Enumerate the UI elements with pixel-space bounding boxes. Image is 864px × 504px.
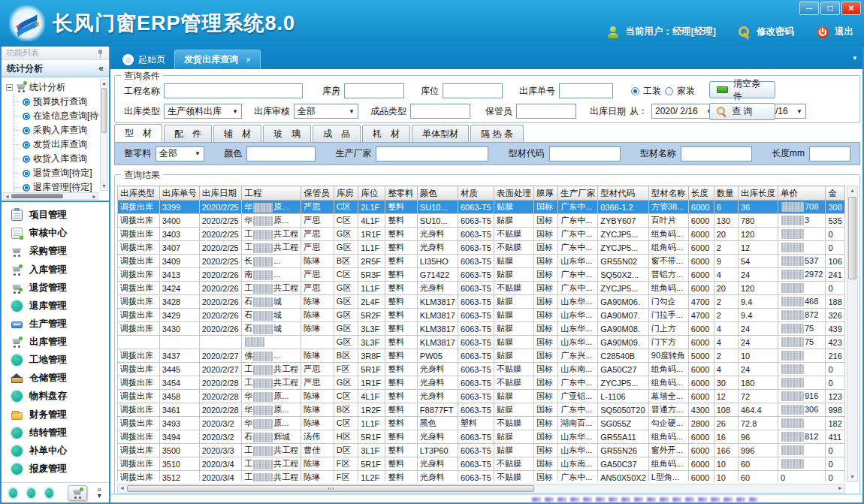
close-button[interactable]: ×: [841, 2, 861, 15]
tab-close-icon[interactable]: ×: [246, 55, 251, 65]
scroll-right-icon[interactable]: ►: [92, 193, 97, 200]
tab-home[interactable]: 起始页: [113, 50, 174, 69]
column-header[interactable]: 库位: [358, 186, 385, 201]
order-no-input[interactable]: [559, 83, 613, 98]
material-tab[interactable]: 玻 璃: [263, 125, 311, 142]
tree-item[interactable]: 采购入库查询: [14, 123, 98, 137]
tab-list-dropdown-icon[interactable]: ▾: [853, 54, 856, 62]
warehouse-input[interactable]: [344, 83, 404, 98]
radio-gongzhuang[interactable]: [631, 87, 639, 95]
tree-item[interactable]: 在途信息查询[待: [14, 109, 98, 123]
table-row[interactable]: G区3L3F整料KLM38176063-T5贴膜国标山东华...GA90M09.…: [118, 336, 845, 349]
scroll-right-icon[interactable]: ►: [838, 484, 843, 491]
column-header[interactable]: 出库日期: [199, 186, 242, 201]
sidebar-item[interactable]: 财务管理: [11, 409, 109, 421]
column-header[interactable]: 单价: [778, 186, 825, 201]
material-tab[interactable]: 单体型材: [412, 125, 469, 142]
scroll-left-icon[interactable]: ◄: [119, 484, 125, 491]
sidebar-item[interactable]: 工地管理: [11, 354, 109, 367]
date-from-picker[interactable]: 2020/ 2/16▼: [651, 104, 716, 119]
column-header[interactable]: 表面处理: [494, 186, 533, 201]
material-tab[interactable]: 耗 材: [362, 125, 410, 142]
table-row[interactable]: 调拨出库34132020/2/26南...严思C区5R3F整料G71422606…: [118, 268, 845, 282]
radio-jiazhuang[interactable]: [665, 87, 673, 95]
table-row[interactable]: 调拨出库34282020/2/26石城陈琳G区2L4F整料KLM38176063…: [118, 295, 845, 309]
location-input[interactable]: [443, 83, 503, 98]
column-header[interactable]: 材质: [458, 186, 494, 201]
column-header[interactable]: 工程: [242, 186, 301, 201]
sidebar-item[interactable]: 入库管理: [11, 264, 109, 276]
color-input[interactable]: [246, 146, 316, 161]
sidebar-item[interactable]: 退库管理: [11, 300, 109, 312]
scroll-up-icon[interactable]: ▲: [101, 80, 107, 87]
sidebar-item[interactable]: 审核中心: [11, 227, 109, 240]
scroll-down-icon[interactable]: ▼: [101, 183, 107, 190]
outbound-type-select[interactable]: 生产领料出库▼: [164, 104, 242, 119]
scroll-down-icon[interactable]: ▼: [847, 473, 857, 481]
collapse-icon[interactable]: «: [98, 63, 104, 74]
column-header[interactable]: 出库类型: [118, 186, 160, 201]
table-row[interactable]: 调拨出库33992020/2/25华原...严思C区2L1F整料SU10...6…: [118, 201, 845, 214]
tree-horizontal-scrollbar[interactable]: ◄ ►: [3, 192, 98, 200]
column-header[interactable]: 型材代码: [598, 186, 649, 201]
module-dot-icon[interactable]: [9, 488, 17, 498]
tree-root[interactable]: 统计分析: [6, 80, 98, 95]
column-header[interactable]: 膜厚: [533, 186, 557, 201]
column-header[interactable]: 库房: [334, 186, 358, 201]
table-row[interactable]: 调拨出库34542020/2/28工共工程严思G区1R1F整料光身料6063-T…: [118, 376, 845, 390]
sidebar-item[interactable]: 生产管理: [11, 318, 109, 330]
maximize-button[interactable]: □: [820, 2, 840, 15]
table-row[interactable]: 调拨出库34002020/2/25华原...严思C区4L1F整料SU10...6…: [118, 214, 845, 228]
column-header[interactable]: 颜色: [417, 186, 458, 201]
column-header[interactable]: 金: [826, 186, 845, 201]
search-button[interactable]: 查 询: [709, 103, 775, 120]
tree-item[interactable]: 退货查询[待定]: [14, 166, 98, 180]
scroll-up-icon[interactable]: ▲: [847, 187, 857, 195]
whole-part-select[interactable]: 全部▼: [156, 146, 204, 161]
column-header[interactable]: 保管员: [301, 186, 334, 201]
sidebar-item[interactable]: 补单中心: [11, 445, 109, 457]
table-row[interactable]: 调拨出库34582020/2/28华原...陈琳C区4L1F整料光身料6063-…: [118, 390, 845, 403]
profile-name-input[interactable]: [681, 146, 752, 161]
sidebar-item[interactable]: 报废管理: [11, 463, 109, 475]
tree-expander-icon[interactable]: [6, 84, 13, 91]
table-row[interactable]: 调拨出库34612020/2/28华原...陈琳B区1R2F整料F8877FT6…: [118, 403, 845, 417]
table-row[interactable]: 调拨出库34932020/3/2华原...陈琳C区1L1F整料黑色塑料不贴膜国标…: [118, 417, 845, 430]
table-row[interactable]: 调拨出库34292020/2/26石城陈琳G区5R2F整料KLM38176063…: [118, 309, 845, 322]
column-header[interactable]: 型材名称: [648, 186, 688, 201]
scrollbar-thumb[interactable]: [848, 197, 856, 279]
table-row[interactable]: 调拨出库34452020/2/27工共工程严思F区5R1F整料光身料6063-T…: [118, 363, 845, 376]
scrollbar-thumb[interactable]: [11, 194, 63, 198]
column-header[interactable]: 长度: [688, 186, 714, 201]
sidebar-item[interactable]: 仓储管理: [11, 372, 109, 385]
table-row[interactable]: 调拨出库34092020/2/25长...陈琳B区2R5F整料LI35HO606…: [118, 255, 845, 268]
table-row[interactable]: 调拨出库34242020/2/26工共工程严思G区1L1F整料光身料6063-T…: [118, 282, 845, 295]
table-row[interactable]: 调拨出库35002020/3/3工共工程曹佳D区3L1F整料LT3P606063…: [118, 444, 845, 457]
profile-code-input[interactable]: [549, 146, 621, 161]
table-row[interactable]: 调拨出库35122020/3/4工共工程陈琳F区1L2F整料光身料6063-T5…: [118, 471, 845, 482]
column-header[interactable]: 出库长度: [738, 186, 778, 201]
column-header[interactable]: 整零料: [385, 186, 418, 201]
manufacturer-input[interactable]: [376, 146, 488, 161]
tree-item[interactable]: 收货入库查询: [14, 152, 98, 166]
sidebar-item[interactable]: 退货管理: [11, 282, 109, 294]
module-dot-icon[interactable]: [45, 488, 53, 498]
sidebar-item[interactable]: 项目管理: [11, 209, 109, 222]
table-vertical-scrollbar[interactable]: ▲ ▼: [847, 186, 858, 482]
project-name-input[interactable]: [164, 83, 303, 98]
table-horizontal-scrollbar[interactable]: ◄ ►: [117, 484, 845, 493]
outbound-audit-select[interactable]: 全部▼: [294, 104, 358, 119]
tree-item[interactable]: 预算执行查询: [14, 95, 98, 109]
logout-link[interactable]: 退出: [835, 26, 853, 38]
material-tab[interactable]: 配 件: [164, 125, 212, 142]
sidebar-item[interactable]: 采购管理: [11, 245, 109, 258]
clear-conditions-button[interactable]: 清空条件: [709, 81, 775, 98]
tab-shipping-outbound-query[interactable]: 发货出库查询 ×: [174, 50, 261, 69]
cart-module-button[interactable]: [68, 485, 87, 501]
scroll-left-icon[interactable]: ◄: [5, 193, 10, 200]
sidebar-item[interactable]: 出库管理: [11, 336, 109, 349]
keeper-input[interactable]: [516, 104, 576, 119]
material-tab[interactable]: 辅 材: [213, 125, 261, 142]
table-row[interactable]: 调拨出库34032020/2/25工共工程严思G区1R1F整料光身料6063-T…: [118, 228, 845, 241]
module-dot-icon[interactable]: [27, 488, 35, 498]
